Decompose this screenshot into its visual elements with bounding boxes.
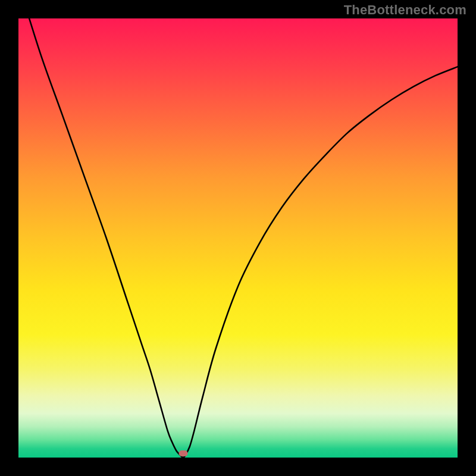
watermark-text: TheBottleneck.com bbox=[344, 2, 466, 18]
chart-plot-area bbox=[18, 18, 458, 458]
bottleneck-curve bbox=[18, 18, 458, 458]
